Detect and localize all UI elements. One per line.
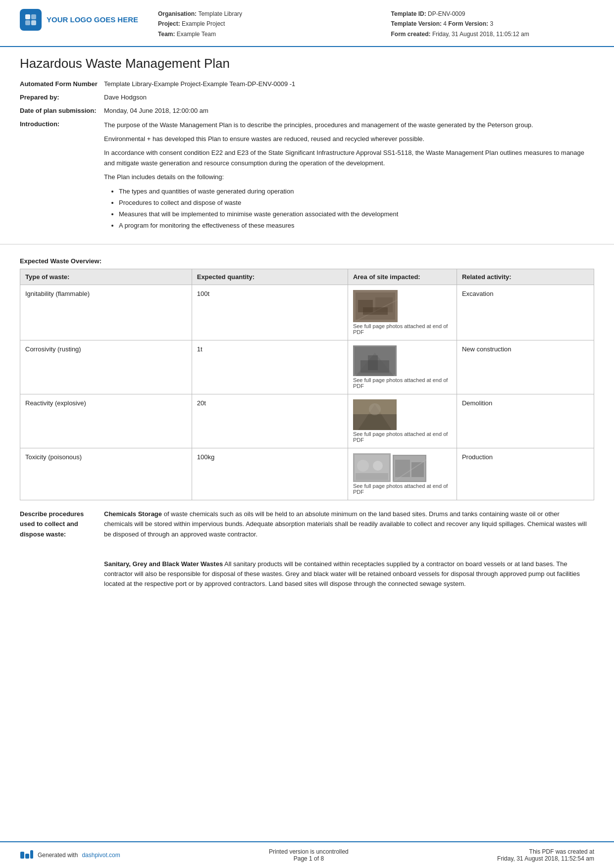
waste-table-header-row: Type of waste: Expected quantity: Area o… xyxy=(20,269,594,285)
proc-bold-2: Sanitary, Grey and Black Water Wastes xyxy=(104,560,223,568)
svg-rect-0 xyxy=(25,14,30,19)
waste-photo-4b xyxy=(393,455,426,482)
waste-caption-3: See full page photos attached at end of … xyxy=(353,431,452,443)
svg-rect-9 xyxy=(363,307,388,315)
prepared-by-label: Prepared by: xyxy=(20,91,104,104)
svg-rect-27 xyxy=(395,460,410,477)
intro-para-1: The purpose of the Waste Management Plan… xyxy=(104,120,589,130)
waste-img-row-1 xyxy=(353,290,452,322)
waste-area-1: See full page photos attached at end of … xyxy=(348,285,457,340)
footer-pdf-date: Friday, 31 August 2018, 11:52:54 am xyxy=(497,855,594,862)
intro-para-4: The Plan includes details on the followi… xyxy=(104,172,589,182)
waste-row-3: Reactivity (explosive) 20t xyxy=(20,394,594,448)
waste-overview-heading: Expected Waste Overview: xyxy=(20,257,594,265)
waste-row-4: Toxicity (poisonous) 100kg xyxy=(20,448,594,500)
footer: Generated with dashpivot.com Printed ver… xyxy=(0,841,614,868)
waste-photo-2 xyxy=(353,345,397,376)
svg-rect-1 xyxy=(31,14,36,19)
logo-icon xyxy=(20,9,42,31)
svg-rect-3 xyxy=(31,20,36,25)
procedures-label: Describe procedures used to collect and … xyxy=(20,505,104,593)
svg-rect-24 xyxy=(356,473,388,480)
template-id-line: Template ID: DP-ENV-0009 xyxy=(391,9,594,19)
date-label: Date of plan submission: xyxy=(20,104,104,117)
form-number-row: Automated Form Number Template Library-E… xyxy=(20,77,594,91)
bullet-4: A program for monitoring the effectivene… xyxy=(119,220,589,231)
procedures-table: Describe procedures used to collect and … xyxy=(20,505,594,593)
waste-activity-1: Excavation xyxy=(457,285,594,340)
intro-para-3: In accordance with consent condition E22… xyxy=(104,148,589,168)
svg-point-19 xyxy=(369,403,381,415)
footer-generated-text: Generated with xyxy=(38,852,78,859)
form-number-label: Automated Form Number xyxy=(20,77,104,91)
intro-label: Introduction: xyxy=(20,117,104,239)
waste-area-4: See full page photos attached at end of … xyxy=(348,448,457,500)
col-activity: Related activity: xyxy=(457,269,594,285)
project-line: Project: Example Project xyxy=(158,19,361,29)
waste-caption-1: See full page photos attached at end of … xyxy=(353,323,452,335)
footer-right: This PDF was created at Friday, 31 Augus… xyxy=(497,848,594,862)
intro-row: Introduction: The purpose of the Waste M… xyxy=(20,117,594,239)
prepared-by-row: Prepared by: Dave Hodgson xyxy=(20,91,594,104)
footer-generated-link[interactable]: dashpivot.com xyxy=(82,852,120,859)
bullet-list: The types and quantities of waste genera… xyxy=(119,186,589,231)
doc-title: Hazardous Waste Management Plan xyxy=(20,56,594,71)
footer-uncontrolled: Printed version is uncontrolled xyxy=(269,848,349,855)
waste-caption-2: See full page photos attached at end of … xyxy=(353,377,452,389)
logo-svg xyxy=(24,13,38,27)
waste-photo-1 xyxy=(353,290,398,322)
waste-caption-4: See full page photos attached at end of … xyxy=(353,483,452,495)
org-line: Organisation: Template Library xyxy=(158,9,361,19)
bullet-2: Procedures to collect and dispose of was… xyxy=(119,197,589,208)
form-number-value: Template Library-Example Project-Example… xyxy=(104,77,594,91)
date-row: Date of plan submission: Monday, 04 June… xyxy=(20,104,594,117)
svg-rect-14 xyxy=(368,355,378,370)
title-section: Hazardous Waste Management Plan Automate… xyxy=(0,47,614,244)
svg-rect-32 xyxy=(30,850,33,859)
waste-qty-2: 1t xyxy=(192,340,348,394)
footer-page: Page 1 of 8 xyxy=(269,855,349,862)
waste-row-2: Corrosivity (rusting) 1t S xyxy=(20,340,594,394)
svg-point-22 xyxy=(357,460,369,472)
col-quantity: Expected quantity: xyxy=(192,269,348,285)
waste-type-1: Ignitability (flammable) xyxy=(20,285,192,340)
procedures-row: Describe procedures used to collect and … xyxy=(20,505,594,593)
waste-type-4: Toxicity (poisonous) xyxy=(20,448,192,500)
waste-qty-4: 100kg xyxy=(192,448,348,500)
waste-activity-2: New construction xyxy=(457,340,594,394)
waste-area-3: See full page photos attached at end of … xyxy=(348,394,457,448)
waste-qty-1: 100t xyxy=(192,285,348,340)
waste-photo-4a xyxy=(353,453,391,482)
logo-text: YOUR LOGO GOES HERE xyxy=(47,15,138,24)
waste-area-2: See full page photos attached at end of … xyxy=(348,340,457,394)
svg-rect-2 xyxy=(25,20,30,25)
intro-para-2: Environmental + has developed this Plan … xyxy=(104,134,589,144)
main-content: Expected Waste Overview: Type of waste: … xyxy=(0,244,614,841)
date-value: Monday, 04 June 2018, 12:00:00 am xyxy=(104,104,594,117)
waste-type-2: Corrosivity (rusting) xyxy=(20,340,192,394)
header-meta-left: Organisation: Template Library Project: … xyxy=(158,9,361,39)
form-created-line: Form created: Friday, 31 August 2018, 11… xyxy=(391,29,594,39)
proc-bold-1: Chemicals Storage xyxy=(104,510,162,518)
svg-rect-28 xyxy=(411,462,424,477)
waste-img-row-3 xyxy=(353,399,452,430)
intro-content: The purpose of the Waste Management Plan… xyxy=(104,117,594,239)
header-meta: Organisation: Template Library Project: … xyxy=(158,9,594,39)
proc-rest-1: of waste chemicals such as oils will be … xyxy=(104,510,587,537)
bullet-1: The types and quantities of waste genera… xyxy=(119,186,589,197)
waste-qty-3: 20t xyxy=(192,394,348,448)
svg-rect-30 xyxy=(20,852,24,859)
col-area: Area of site impacted: xyxy=(348,269,457,285)
waste-photo-3 xyxy=(353,399,397,430)
team-line: Team: Example Team xyxy=(158,29,361,39)
header-meta-right: Template ID: DP-ENV-0009 Template Versio… xyxy=(391,9,594,39)
logo-area: YOUR LOGO GOES HERE xyxy=(20,9,138,31)
waste-img-row-2 xyxy=(353,345,452,376)
proc-text-1: Chemicals Storage of waste chemicals suc… xyxy=(104,509,589,539)
proc-text-2: Sanitary, Grey and Black Water Wastes Al… xyxy=(104,559,589,589)
waste-row-1: Ignitability (flammable) 100t xyxy=(20,285,594,340)
footer-center: Printed version is uncontrolled Page 1 o… xyxy=(269,848,349,862)
procedures-content: Chemicals Storage of waste chemicals suc… xyxy=(104,505,594,593)
info-table: Automated Form Number Template Library-E… xyxy=(20,77,594,239)
svg-rect-31 xyxy=(25,854,29,859)
